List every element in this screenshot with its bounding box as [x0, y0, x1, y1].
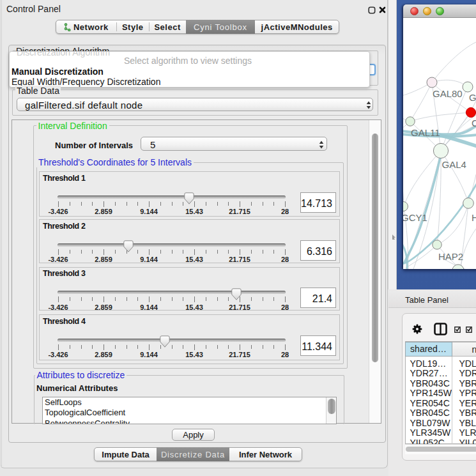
svg-text:GAL4: GAL4	[442, 159, 466, 170]
svg-text:C: C	[472, 118, 476, 128]
svg-text:H: H	[472, 212, 476, 223]
svg-text:GCY1: GCY1	[403, 212, 427, 223]
svg-text:HAP2: HAP2	[438, 251, 463, 262]
svg-text:GAL80: GAL80	[433, 88, 463, 99]
svg-text:G: G	[469, 92, 476, 103]
svg-text:GAL11: GAL11	[411, 127, 440, 138]
